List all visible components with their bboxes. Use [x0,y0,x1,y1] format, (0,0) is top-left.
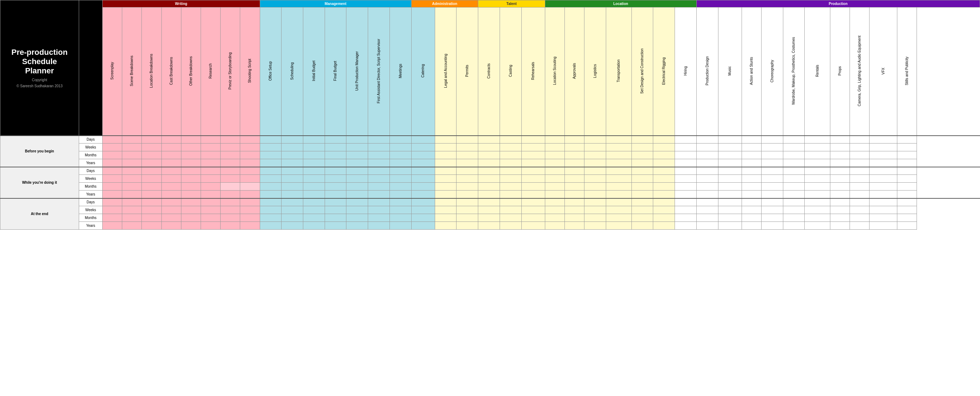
while-doing-days-label: Days [79,167,102,175]
cell-bbd-choreo[interactable] [761,136,783,144]
col-production-design: Production Design [696,8,718,136]
col-camera-grip: Camera, Grip, Lighting and Audio Equipme… [850,8,870,136]
at-end-weeks-row: Weeks [0,206,980,214]
cell-bbd-casting[interactable] [500,136,521,144]
col-vfx: VFX [870,8,897,136]
col-initial-budget: Initial Budget [303,8,325,136]
while-doing-months-row: Months [0,183,980,190]
cell-bbd-location-br[interactable] [142,136,161,144]
cell-bbd-office[interactable] [260,136,282,144]
cell-bbd-contracts[interactable] [478,136,500,144]
cat-management-header: Management [260,0,411,8]
cell-bbd-other[interactable] [181,136,200,144]
before-begin-months-row: Months [0,151,980,159]
col-final-budget: Final Budget [325,8,346,136]
before-begin-months-label: Months [79,151,102,159]
col-cast-breakdowns: Cast Breakdowns [161,8,181,136]
col-office-setup: Office Setup [260,8,282,136]
col-wardrobe: Wardrobe, Makeup, Prosthetics, Costumes [783,8,805,136]
cell-bbd-shooting[interactable] [240,136,260,144]
cell-bbd-set-design[interactable] [632,136,653,144]
col-research: Research [200,8,220,136]
cell-bbd-approvals[interactable] [565,136,584,144]
before-begin-days-row: Before you begin Days [0,136,980,144]
cell-bbd-props[interactable] [830,136,850,144]
at-end-weeks-label: Weeks [79,206,102,214]
cell-bbd-permits[interactable] [457,136,478,144]
while-doing-days-row: While you're doing it Days [0,167,980,175]
cell-bbd-legal[interactable] [435,136,457,144]
cell-bbd-research[interactable] [200,136,220,144]
col-location-scouting: Location Scouting [545,8,565,136]
col-permits: Permits [457,8,478,136]
at-end-months-row: Months [0,214,980,222]
cell-bbd-elec[interactable] [653,136,675,144]
copyright-detail: © Sareesh Sudhakaran 2013 [1,84,78,88]
while-doing-years-row: Years [0,190,980,198]
col-action-stunts: Action and Stunts [741,8,761,136]
title-line2: Schedule [1,57,78,66]
col-previz: Previz or Storyboarding [221,8,240,136]
cell-bbd-prod-design[interactable] [696,136,718,144]
title-cell: Pre-production Schedule Planner Copyrigh… [0,0,79,136]
col-approvals: Approvals [565,8,584,136]
cell-bbd-logistics[interactable] [584,136,606,144]
before-begin-days-label: Days [79,136,102,144]
col-location-breakdowns: Location Breakdowns [142,8,161,136]
col-legal-accounting: Legal and Accounting [435,8,457,136]
cell-bbd-first-ad[interactable] [368,136,390,144]
cat-talent-header: Talent [478,0,545,8]
cell-bbd-action[interactable] [741,136,761,144]
before-begin-weeks-row: Weeks [0,144,980,151]
cell-bbd-transport[interactable] [606,136,632,144]
while-doing-label: While you're doing it [0,167,79,198]
cell-bbd-final-budget[interactable] [325,136,346,144]
cell-bbd-camera[interactable] [850,136,870,144]
cell-bbd-hiring[interactable] [675,136,697,144]
cell-bbd-cast[interactable] [161,136,181,144]
col-music: Music [718,8,741,136]
column-header-row: Screenplay Scene Breakdowns Location Bre… [0,8,980,136]
at-end-label: At the end [0,198,79,230]
cell-bbd-upm[interactable] [346,136,368,144]
cell-bbd-loc-scout[interactable] [545,136,565,144]
col-unit-production-manager: Unit Production Manager [346,8,368,136]
cell-bbd-sched[interactable] [282,136,303,144]
at-end-days-row: At the end Days [0,198,980,206]
col-scene-breakdowns: Scene Breakdowns [122,8,142,136]
cell-bbd-previz[interactable] [221,136,240,144]
at-end-years-row: Years [0,222,980,230]
before-begin-weeks-label: Weeks [79,144,102,151]
title-line1: Pre-production [1,48,78,57]
col-contracts: Contracts [478,8,500,136]
while-doing-weeks-row: Weeks [0,175,980,183]
cell-bbd-catering[interactable] [411,136,435,144]
col-other-breakdowns: Other Breakdowns [181,8,200,136]
at-end-months-label: Months [79,214,102,222]
col-transportation: Transportation [606,8,632,136]
while-doing-months-label: Months [79,183,102,190]
before-begin-years-label: Years [79,159,102,167]
col-props: Props [830,8,850,136]
cell-bbd-vfx[interactable] [870,136,897,144]
cell-bbd-screenplay[interactable] [102,136,122,144]
cell-bbd-music[interactable] [718,136,741,144]
before-begin-label: Before you begin [0,136,79,167]
cell-bbd-wardrobe[interactable] [783,136,805,144]
cell-bbd-init-budget[interactable] [303,136,325,144]
while-doing-weeks-label: Weeks [79,175,102,183]
cell-bbd-meetings[interactable] [390,136,411,144]
col-catering: Catering [411,8,435,136]
col-rehearsals: Rehearsals [521,8,545,136]
at-end-days-label: Days [79,198,102,206]
cell-bbd-rentals[interactable] [805,136,830,144]
col-casting: Casting [500,8,521,136]
while-doing-years-label: Years [79,190,102,198]
cell-bbd-stills[interactable] [897,136,916,144]
col-set-design: Set Design and Construction [632,8,653,136]
col-hiring: Hiring [675,8,697,136]
planner-table: Pre-production Schedule Planner Copyrigh… [0,0,980,230]
cell-bbd-scene[interactable] [122,136,142,144]
cat-production-header: Production [696,0,980,8]
cell-bbd-rehearsals[interactable] [521,136,545,144]
